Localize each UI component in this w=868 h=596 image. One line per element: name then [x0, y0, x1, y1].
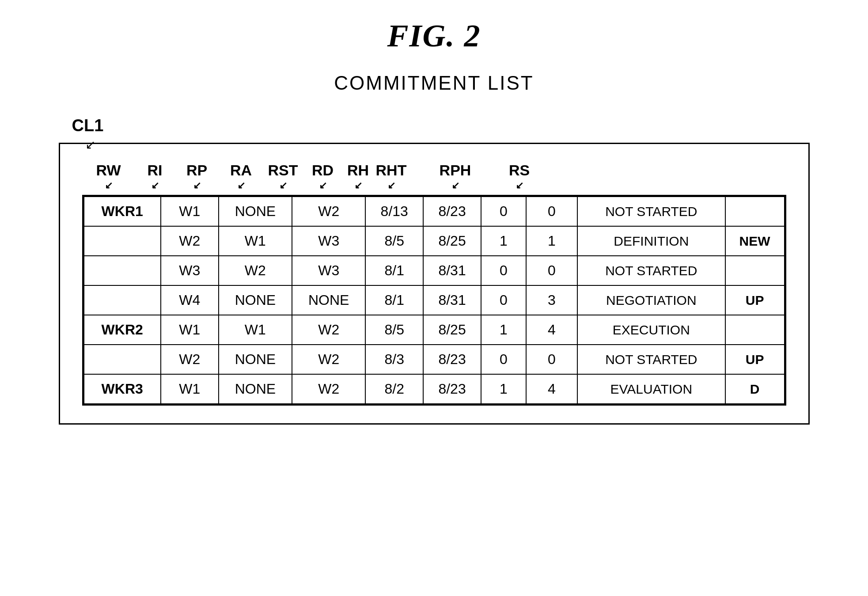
table-header-row: RW↙RI↙RP↙RA↙RST↙RD↙RH↙RHT↙RPH↙RS↙	[82, 162, 786, 191]
cell-rht-row5: 0	[526, 345, 577, 374]
cell-ra-row2: W3	[292, 256, 365, 285]
cell-rw-row1	[84, 226, 161, 256]
cell-ri-row2: W3	[161, 256, 219, 285]
cell-ri-row4: W1	[161, 315, 219, 345]
cell-rh-row3: 0	[481, 285, 526, 315]
header-arrow-ri: ↙	[151, 180, 159, 191]
cell-rht-row4: 4	[526, 315, 577, 345]
cell-rph-row5: NOT STARTED	[577, 345, 725, 374]
table-row: W2W1W38/58/2511DEFINITIONNEW	[84, 226, 785, 256]
cell-rh-row1: 1	[481, 226, 526, 256]
cell-rph-row1: DEFINITION	[577, 226, 725, 256]
cell-rht-row1: 1	[526, 226, 577, 256]
header-label-rd: RD	[312, 162, 334, 179]
header-rs: RS↙	[502, 162, 537, 191]
cell-rst-row4: 8/5	[365, 315, 423, 345]
cell-rs-row0	[725, 197, 785, 226]
cell-ri-row1: W2	[161, 226, 219, 256]
header-label-ra: RA	[230, 162, 252, 179]
cell-rp-row5: NONE	[219, 345, 292, 374]
table-row: WKR3W1NONEW28/28/2314EVALUATIOND	[84, 374, 785, 404]
cell-rph-row3: NEGOTIATION	[577, 285, 725, 315]
cell-rp-row3: NONE	[219, 285, 292, 315]
table-row: W4NONENONE8/18/3103NEGOTIATIONUP	[84, 285, 785, 315]
header-rph: RPH↙	[409, 162, 502, 191]
cell-rst-row6: 8/2	[365, 374, 423, 404]
cell-rd-row5: 8/23	[423, 345, 481, 374]
header-rst: RST↙	[263, 162, 303, 191]
cell-rp-row1: W1	[219, 226, 292, 256]
table-row: WKR1W1NONEW28/138/2300NOT STARTED	[84, 197, 785, 226]
table-wrapper: WKR1W1NONEW28/138/2300NOT STARTEDW2W1W38…	[82, 195, 786, 406]
header-arrow-rs: ↙	[515, 180, 523, 191]
cell-rw-row6: WKR3	[84, 374, 161, 404]
header-label-rw: RW	[96, 162, 121, 179]
header-label-ri: RI	[148, 162, 163, 179]
cell-rd-row2: 8/31	[423, 256, 481, 285]
cell-rph-row6: EVALUATION	[577, 374, 725, 404]
header-arrow-rh: ↙	[354, 180, 362, 191]
cell-rs-row2	[725, 256, 785, 285]
table-row: W3W2W38/18/3100NOT STARTED	[84, 256, 785, 285]
header-arrow-rst: ↙	[279, 180, 287, 191]
cell-ra-row4: W2	[292, 315, 365, 345]
header-label-rst: RST	[268, 162, 298, 179]
header-label-rh: RH	[347, 162, 369, 179]
cell-rht-row0: 0	[526, 197, 577, 226]
cell-rs-row3: UP	[725, 285, 785, 315]
cell-rs-row5: UP	[725, 345, 785, 374]
fig-title: FIG. 2	[387, 18, 481, 54]
cell-rw-row0: WKR1	[84, 197, 161, 226]
cell-ra-row1: W3	[292, 226, 365, 256]
header-ra: RA↙	[219, 162, 263, 191]
header-label-rph: RPH	[440, 162, 471, 179]
header-arrow-rht: ↙	[387, 180, 395, 191]
cell-rs-row4	[725, 315, 785, 345]
cell-rp-row2: W2	[219, 256, 292, 285]
header-arrow-ra: ↙	[237, 180, 245, 191]
cell-rph-row0: NOT STARTED	[577, 197, 725, 226]
cell-rd-row6: 8/23	[423, 374, 481, 404]
cell-rp-row0: NONE	[219, 197, 292, 226]
cell-rd-row1: 8/25	[423, 226, 481, 256]
header-arrow-rd: ↙	[319, 180, 327, 191]
commitment-title: COMMITMENT LIST	[334, 72, 534, 94]
cell-rst-row5: 8/3	[365, 345, 423, 374]
header-label-rp: RP	[186, 162, 207, 179]
header-arrow-rp: ↙	[193, 180, 201, 191]
header-arrow-rph: ↙	[451, 180, 459, 191]
cell-rd-row3: 8/31	[423, 285, 481, 315]
cell-rht-row3: 3	[526, 285, 577, 315]
cell-rst-row0: 8/13	[365, 197, 423, 226]
cell-ri-row5: W2	[161, 345, 219, 374]
diagram-container: CL1 ↙ RW↙RI↙RP↙RA↙RST↙RD↙RH↙RHT↙RPH↙RS↙ …	[59, 121, 810, 425]
cell-rw-row2	[84, 256, 161, 285]
cl1-arrow: ↙	[85, 137, 95, 152]
header-arrow-rw: ↙	[105, 180, 113, 191]
commitment-table: WKR1W1NONEW28/138/2300NOT STARTEDW2W1W38…	[83, 196, 785, 404]
cell-rh-row4: 1	[481, 315, 526, 345]
header-rw: RW↙	[82, 162, 135, 191]
header-rht: RHT↙	[374, 162, 409, 191]
cell-ra-row0: W2	[292, 197, 365, 226]
header-rd: RD↙	[303, 162, 343, 191]
cell-ri-row0: W1	[161, 197, 219, 226]
cell-rh-row6: 1	[481, 374, 526, 404]
cell-rh-row2: 0	[481, 256, 526, 285]
cell-rd-row4: 8/25	[423, 315, 481, 345]
outer-box: RW↙RI↙RP↙RA↙RST↙RD↙RH↙RHT↙RPH↙RS↙ WKR1W1…	[59, 143, 810, 425]
header-rp: RP↙	[175, 162, 219, 191]
cell-ra-row5: W2	[292, 345, 365, 374]
cell-rw-row4: WKR2	[84, 315, 161, 345]
cell-rph-row2: NOT STARTED	[577, 256, 725, 285]
cell-rd-row0: 8/23	[423, 197, 481, 226]
table-row: WKR2W1W1W28/58/2514EXECUTION	[84, 315, 785, 345]
table-row: W2NONEW28/38/2300NOT STARTEDUP	[84, 345, 785, 374]
cl1-label: CL1	[72, 116, 104, 135]
cell-rst-row3: 8/1	[365, 285, 423, 315]
cell-rs-row1: NEW	[725, 226, 785, 256]
cell-rht-row2: 0	[526, 256, 577, 285]
cell-rst-row1: 8/5	[365, 226, 423, 256]
cell-rp-row4: W1	[219, 315, 292, 345]
cell-rh-row0: 0	[481, 197, 526, 226]
